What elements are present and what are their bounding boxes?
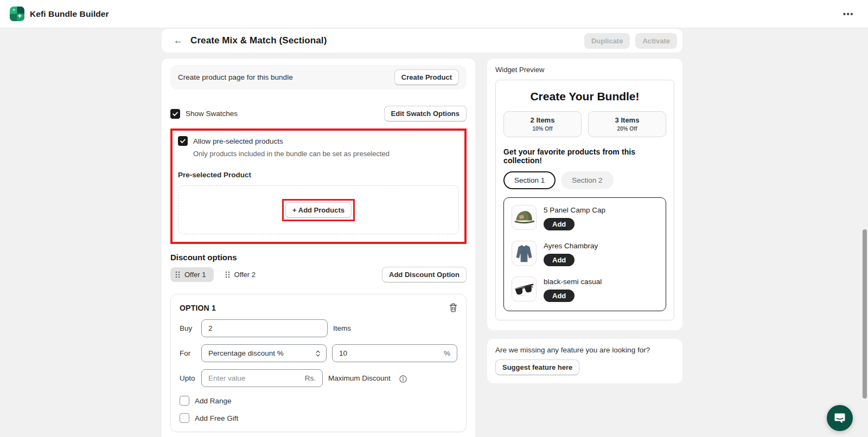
add-product-button[interactable]: Add xyxy=(544,218,575,230)
select-chevrons-icon xyxy=(315,350,321,357)
bundle-settings-panel: Create product page for this bundle Crea… xyxy=(162,59,475,437)
for-label: For xyxy=(180,349,196,357)
add-range-checkbox[interactable] xyxy=(180,396,189,406)
tier-off-label: 20% Off xyxy=(591,126,663,132)
product-name: black-semi casual xyxy=(544,277,602,286)
widget-preview-card: Widget Preview Create Your Bundle! 2 Ite… xyxy=(487,59,682,330)
percent-suffix: % xyxy=(444,349,450,357)
option-1-card: OPTION 1 Buy Items xyxy=(170,294,467,432)
add-products-button[interactable]: + Add Products xyxy=(285,202,352,218)
tab-offer-2[interactable]: Offer 2 xyxy=(220,267,264,282)
discount-value-input[interactable] xyxy=(339,349,444,357)
product-row-sunglasses: black-semi casual Add xyxy=(512,277,658,302)
duplicate-button[interactable]: Duplicate xyxy=(584,33,630,49)
product-image-shirt xyxy=(512,241,537,266)
product-row-camp-cap: 5 Panel Camp Cap Add xyxy=(512,205,658,230)
upto-label: Upto xyxy=(180,374,196,382)
tier-buttons-row: 2 Items 10% Off 3 Items 20% Off xyxy=(503,111,666,137)
product-image-sunglasses xyxy=(512,277,537,301)
section-1-pill[interactable]: Section 1 xyxy=(503,171,556,189)
show-swatches-row: Show Swatches Edit Swatch Options xyxy=(170,106,467,121)
add-products-annotation-box: + Add Products xyxy=(282,199,355,221)
create-product-card: Create product page for this bundle Crea… xyxy=(170,65,467,89)
add-range-label: Add Range xyxy=(195,397,232,405)
allow-preselected-label: Allow pre-selected products xyxy=(193,137,283,145)
create-product-text: Create product page for this bundle xyxy=(178,73,293,81)
page-scrollbar[interactable] xyxy=(863,229,867,399)
add-free-gift-checkbox[interactable] xyxy=(180,413,189,423)
tab-offer-1[interactable]: Offer 1 xyxy=(170,267,214,282)
feature-request-card: Are we missing any feature you are looki… xyxy=(487,339,682,383)
app-topbar: Kefi Bundle Builder ••• xyxy=(0,0,868,28)
offer-1-label: Offer 1 xyxy=(184,271,206,279)
product-row-chambray: Ayres Chambray Add xyxy=(512,241,658,266)
show-swatches-checkbox[interactable] xyxy=(170,109,180,119)
discount-type-value: Percentage discount % xyxy=(208,349,284,357)
preselected-helper-text: Only products included in the bundle can… xyxy=(193,150,459,158)
max-discount-input[interactable] xyxy=(208,374,305,382)
offer-2-label: Offer 2 xyxy=(234,271,256,279)
delete-option-icon[interactable] xyxy=(449,303,457,312)
add-product-button[interactable]: Add xyxy=(544,254,575,266)
rs-suffix: Rs. xyxy=(305,374,316,382)
product-name: Ayres Chambray xyxy=(544,241,598,250)
feature-question: Are we missing any feature you are looki… xyxy=(495,346,674,354)
suggest-feature-button[interactable]: Suggest feature here xyxy=(495,359,579,375)
discount-type-select[interactable]: Percentage discount % xyxy=(201,344,327,362)
widget-title: Create Your Bundle! xyxy=(503,90,666,103)
buy-quantity-field[interactable] xyxy=(201,319,328,337)
widget-subtitle: Get your favorite products from this col… xyxy=(503,147,666,165)
activate-button[interactable]: Activate xyxy=(635,33,677,49)
add-product-button[interactable]: Add xyxy=(544,290,575,302)
discount-options-heading: Discount options xyxy=(170,253,467,262)
chat-bubble-icon xyxy=(833,412,846,425)
widget-preview-label: Widget Preview xyxy=(495,66,674,74)
preselected-product-label: Pre-selected Product xyxy=(178,171,459,179)
page-header: ← Create Mix & Match (Sectional) Duplica… xyxy=(162,29,682,53)
preselected-annotation-box: Allow pre-selected products Only product… xyxy=(170,128,467,244)
show-swatches-label: Show Swatches xyxy=(186,110,238,118)
allow-preselected-checkbox[interactable] xyxy=(178,136,188,146)
section-2-pill[interactable]: Section 2 xyxy=(561,171,613,189)
product-name: 5 Panel Camp Cap xyxy=(544,205,605,214)
buy-label: Buy xyxy=(180,324,196,332)
check-icon xyxy=(180,138,186,144)
kefi-logo-icon xyxy=(10,7,24,21)
widget-preview-frame: Create Your Bundle! 2 Items 10% Off 3 It… xyxy=(495,80,674,320)
product-list-card: 5 Panel Camp Cap Add xyxy=(503,197,666,311)
tier-off-label: 10% Off xyxy=(506,126,579,132)
offer-tabs-row: Offer 1 Offer 2 Add Discount Option xyxy=(170,267,467,282)
add-free-gift-label: Add Free Gift xyxy=(195,414,238,422)
tier-2-items-button[interactable]: 2 Items 10% Off xyxy=(503,111,582,137)
section-pills-row: Section 1 Section 2 xyxy=(503,171,666,189)
tier-items-label: 2 Items xyxy=(506,116,579,124)
overflow-menu-icon[interactable]: ••• xyxy=(839,7,858,21)
buy-quantity-input[interactable] xyxy=(208,324,321,332)
drag-handle-icon xyxy=(225,271,230,278)
discount-value-field[interactable]: % xyxy=(332,344,457,362)
drag-handle-icon xyxy=(175,271,180,278)
tier-items-label: 3 Items xyxy=(591,116,663,124)
edit-swatch-options-button[interactable]: Edit Swatch Options xyxy=(384,106,467,121)
preselected-product-dropzone: + Add Products xyxy=(178,185,459,234)
app-title: Kefi Bundle Builder xyxy=(30,9,109,19)
max-discount-field[interactable]: Rs. xyxy=(201,369,323,387)
page-title: Create Mix & Match (Sectional) xyxy=(190,35,327,46)
back-arrow-icon[interactable]: ← xyxy=(170,34,186,47)
option-1-title: OPTION 1 xyxy=(180,304,216,312)
tier-3-items-button[interactable]: 3 Items 20% Off xyxy=(588,111,666,137)
maximum-discount-label: Maximum Discount xyxy=(328,374,391,382)
items-suffix-label: Items xyxy=(333,324,351,332)
add-discount-option-button[interactable]: Add Discount Option xyxy=(382,267,467,282)
chat-launcher-button[interactable] xyxy=(827,405,853,431)
product-image-cap xyxy=(512,205,537,230)
check-icon xyxy=(172,111,178,117)
create-product-button[interactable]: Create Product xyxy=(394,69,459,85)
info-icon[interactable] xyxy=(399,375,407,383)
